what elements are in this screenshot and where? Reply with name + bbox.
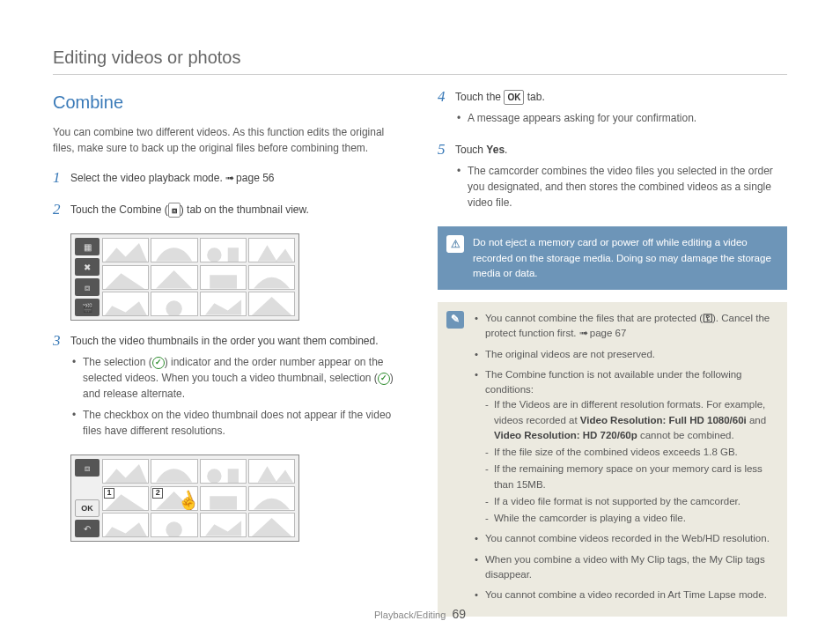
thumb-cell xyxy=(248,513,295,537)
step-5-bullet: The camcorder combines the video files y… xyxy=(455,163,787,211)
thumb-cell xyxy=(248,486,295,511)
svg-point-4 xyxy=(207,469,221,484)
page-number: 69 xyxy=(452,607,466,621)
n3a-b2: Video Resolution: HD 720/60p xyxy=(494,430,637,440)
step-number: 1 xyxy=(53,170,63,191)
svg-point-7 xyxy=(166,521,182,537)
thumb-cell xyxy=(102,265,149,290)
thumb-cell xyxy=(248,238,295,262)
notes-box: ✎ You cannot combine the files that are … xyxy=(438,302,787,617)
side-icon: ✖ xyxy=(75,258,99,276)
thumb-cell xyxy=(200,459,247,484)
order-badge: 1 xyxy=(104,488,114,499)
thumb-cell-selected-1: 1 xyxy=(102,486,149,511)
page-ref: page 56 xyxy=(225,172,274,184)
notes-body: You cannot combine the files that are pr… xyxy=(473,311,775,608)
content-columns: Combine You can combine two different vi… xyxy=(53,89,787,629)
svg-point-0 xyxy=(207,248,221,262)
note-2: The original videos are not preserved. xyxy=(473,347,775,362)
thumb-cell xyxy=(200,513,247,537)
step-3: 3 Touch the video thumbnails in the orde… xyxy=(53,333,402,444)
thumb-cell xyxy=(248,292,295,316)
thumb-cell xyxy=(200,238,247,262)
thumb-cell xyxy=(248,459,295,484)
right-column: 4 Touch the OK tab. A message appears as… xyxy=(438,89,787,629)
sidebar-icons: ⧈ OK ↶ xyxy=(75,459,99,537)
note-3b: If the file size of the combined videos … xyxy=(485,445,775,460)
thumb-cells xyxy=(102,238,295,316)
key-icon: ⚿ xyxy=(703,313,712,323)
svg-rect-1 xyxy=(227,248,238,262)
note-4: You cannot combine videos recorded in th… xyxy=(473,531,775,546)
step-4: 4 Touch the OK tab. A message appears as… xyxy=(438,89,787,131)
ok-icon: OK xyxy=(504,90,524,105)
step-number: 2 xyxy=(53,202,63,223)
side-icon: ▦ xyxy=(75,238,99,255)
page-title: Editing videos or photos xyxy=(53,44,787,70)
note-6: You cannot combine a video recorded in A… xyxy=(473,588,775,602)
divider xyxy=(53,74,787,75)
page-footer: Playback/Editing 69 xyxy=(0,605,840,624)
side-icon: ⧈ xyxy=(75,278,99,296)
combine-icon: ⧈ xyxy=(168,203,181,218)
check-icon: ✓ xyxy=(152,357,165,369)
thumb-cell xyxy=(200,486,247,511)
s4-post: tab. xyxy=(524,91,544,103)
thumb-cell xyxy=(102,459,149,484)
thumb-cell-selected-2: 2 ☝ xyxy=(151,486,197,511)
thumb-cell xyxy=(200,265,247,290)
s5-post: . xyxy=(505,144,507,156)
step-4-bullet: A message appears asking for your confir… xyxy=(455,110,787,126)
check-icon: ✓ xyxy=(378,373,390,385)
note-icon: ✎ xyxy=(446,311,464,329)
thumb-cell xyxy=(248,265,295,290)
step-5-text: Touch Yes. xyxy=(455,142,787,158)
n3a-b1: Video Resolution: Full HD 1080/60i xyxy=(580,415,747,425)
step-3-bullet-2: The checkbox on the video thumbnail does… xyxy=(70,407,402,439)
step-2-pre: Touch the Combine ( xyxy=(70,203,168,216)
n3a-mid: and xyxy=(747,415,766,425)
step-number: 4 xyxy=(438,89,448,131)
n1-pre: You cannot combine the files that are pr… xyxy=(485,313,703,323)
thumb-cells: 1 2 ☝ xyxy=(102,459,295,537)
thumb-cell xyxy=(151,292,197,316)
n3a-post: cannot be combined. xyxy=(637,430,734,440)
left-column: Combine You can combine two different vi… xyxy=(53,89,402,629)
step-1-main: Select the video playback mode. xyxy=(70,172,225,184)
side-icon: ⧈ xyxy=(75,459,99,477)
thumbnail-grid-1: ▦ ✖ ⧈ 🎬 xyxy=(70,233,299,321)
thumb-cell xyxy=(200,292,247,316)
step-number: 5 xyxy=(438,142,448,216)
thumb-cell xyxy=(151,513,197,537)
note-3d: If a video file format is not supported … xyxy=(485,494,775,509)
side-icon: 🎬 xyxy=(75,299,99,316)
svg-rect-6 xyxy=(210,496,237,509)
section-title: Combine xyxy=(53,89,402,115)
back-icon: ↶ xyxy=(75,520,99,537)
order-badge: 2 xyxy=(152,488,163,499)
step-2: 2 Touch the Combine (⧈) tab on the thumb… xyxy=(53,202,402,223)
sidebar-icons: ▦ ✖ ⧈ 🎬 xyxy=(75,238,99,316)
b1-pre: The selection ( xyxy=(83,356,152,368)
s5-bold: Yes xyxy=(486,144,505,156)
page-ref: page 67 xyxy=(579,328,627,338)
note-3: The Combine function is not available un… xyxy=(473,367,775,527)
n3-main: The Combine function is not available un… xyxy=(485,369,742,395)
warning-icon: ⚠ xyxy=(446,235,464,253)
warning-box: ⚠ Do not eject a memory card or power of… xyxy=(438,226,787,290)
ok-button: OK xyxy=(75,499,99,517)
intro-text: You can combine two different videos. As… xyxy=(53,124,402,156)
thumb-cell xyxy=(151,459,197,484)
step-number: 3 xyxy=(53,333,63,444)
note-1: You cannot combine the files that are pr… xyxy=(473,311,775,342)
svg-point-3 xyxy=(166,300,182,316)
note-3e: While the camcorder is playing a video f… xyxy=(485,511,775,526)
step-4-text: Touch the OK tab. xyxy=(455,89,787,105)
thumb-cell xyxy=(102,292,149,316)
thumb-cell xyxy=(151,238,197,262)
s4-pre: Touch the xyxy=(455,91,504,103)
thumbnail-grid-2: ⧈ OK ↶ 1 2 ☝ xyxy=(70,455,299,542)
step-2-post: ) tab on the thumbnail view. xyxy=(181,203,309,216)
step-3-bullet-1: The selection (✓) indicator and the orde… xyxy=(70,354,402,402)
footer-section: Playback/Editing xyxy=(374,610,446,620)
